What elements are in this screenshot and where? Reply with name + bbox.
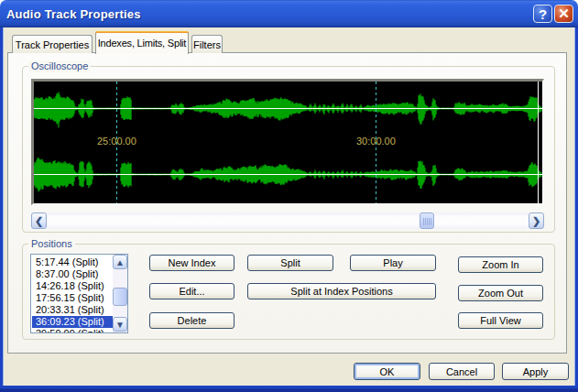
- svg-text:25:00.00: 25:00.00: [97, 136, 136, 147]
- svg-text:30:00.00: 30:00.00: [356, 136, 396, 147]
